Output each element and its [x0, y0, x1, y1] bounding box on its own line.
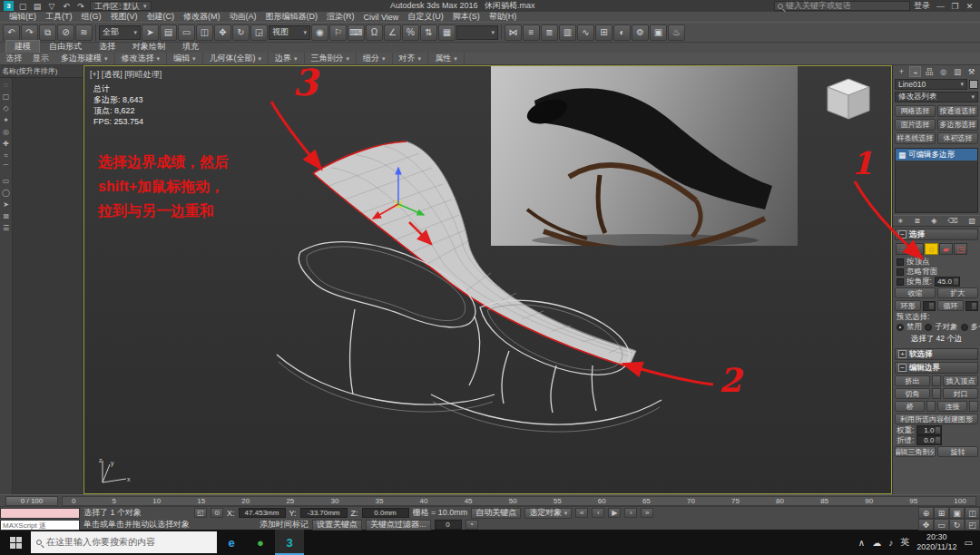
preview-subobject-radio[interactable]: [925, 324, 932, 331]
viewport-label[interactable]: [+] [透视] [明暗处理]: [90, 69, 162, 81]
current-frame-field[interactable]: 0: [435, 520, 462, 530]
extrude-settings-button[interactable]: [932, 375, 941, 386]
menu-item[interactable]: 编辑(E): [5, 11, 41, 23]
modifier-button[interactable]: 面片选择: [895, 119, 936, 131]
scene-explorer-list[interactable]: [13, 78, 83, 494]
menu-item[interactable]: 修改器(M): [179, 11, 225, 23]
modifier-button[interactable]: 体积选择: [937, 132, 978, 144]
utilities-tab[interactable]: ⚒: [965, 66, 977, 77]
se-display-none-icon[interactable]: ◌: [4, 81, 8, 89]
ring-spinner[interactable]: [923, 301, 936, 311]
cap-button[interactable]: 封口: [943, 388, 978, 399]
preview-multiple-radio[interactable]: [961, 324, 968, 331]
reference-coordinate-dropdown[interactable]: 视图▾: [269, 25, 310, 40]
ribbon-tab[interactable]: 填充: [174, 41, 207, 53]
maxscript-mini-listener[interactable]: MAXScript 迷: [0, 520, 80, 531]
grow-button[interactable]: 扩大: [937, 287, 978, 298]
ribbon-group[interactable]: 编辑▾: [167, 53, 203, 64]
select-and-move-icon[interactable]: ✥: [214, 24, 231, 41]
se-select-icon[interactable]: ➤: [3, 200, 9, 209]
ribbon-left-label[interactable]: 选择: [0, 53, 27, 64]
infocenter-search[interactable]: 键入关键字或短语: [774, 1, 910, 11]
action-center-icon[interactable]: ▭: [965, 538, 973, 548]
undo-icon[interactable]: ↶: [61, 2, 72, 11]
se-lock-icon[interactable]: ⊠: [3, 212, 9, 220]
select-and-rotate-icon[interactable]: ↻: [232, 24, 250, 41]
menu-item[interactable]: 组(G): [77, 11, 106, 23]
preview-disable-radio[interactable]: [897, 324, 904, 331]
modifier-button[interactable]: 网格选择: [895, 105, 936, 117]
ribbon-group[interactable]: 几何体(全部)▾: [203, 53, 270, 64]
se-display-bones-icon[interactable]: ⌒: [3, 163, 10, 173]
show-end-result-icon[interactable]: ≣: [915, 217, 921, 225]
window-crossing-icon[interactable]: ◫: [196, 24, 213, 41]
play-icon[interactable]: ▶: [608, 508, 621, 518]
modifier-button[interactable]: 样条线选择: [895, 132, 936, 144]
save-file-icon[interactable]: ▽: [46, 2, 57, 11]
isolate-selection-toggle-icon[interactable]: ◱: [194, 508, 207, 518]
bridge-settings-button[interactable]: [926, 401, 936, 412]
ribbon-tab[interactable]: 自由形式: [41, 41, 90, 53]
zoom-all-icon[interactable]: ⊞: [934, 507, 949, 519]
y-coordinate-field[interactable]: -33.70mm: [300, 508, 348, 518]
taskbar-clock[interactable]: 20:302020/11/12: [916, 532, 956, 552]
weight-spinner[interactable]: 1.0: [916, 425, 942, 435]
by-angle-checkbox[interactable]: [897, 278, 904, 286]
select-and-scale-icon[interactable]: ◲: [250, 24, 268, 41]
se-display-lights-icon[interactable]: ✦: [3, 116, 9, 124]
ribbon-group[interactable]: 三角剖分▾: [305, 53, 358, 64]
viewcube[interactable]: [820, 73, 877, 124]
angle-snap-icon[interactable]: ∠: [384, 24, 401, 41]
object-name-field[interactable]: Line010▾: [895, 79, 967, 90]
open-file-icon[interactable]: ▤: [32, 2, 43, 11]
modifier-stack[interactable]: ▦ 可编辑多边形: [895, 148, 978, 213]
signin-button[interactable]: 登录: [914, 0, 930, 12]
pan-icon[interactable]: ✥: [918, 519, 934, 531]
ribbon-group[interactable]: 边界▾: [269, 53, 305, 64]
border-mode-icon[interactable]: ◌: [925, 243, 938, 255]
redo-icon[interactable]: ↷: [21, 24, 38, 41]
bind-to-space-warp-icon[interactable]: ≋: [75, 24, 93, 41]
ribbon-group[interactable]: 对齐▾: [393, 53, 429, 64]
edge-mode-icon[interactable]: ∕: [910, 243, 924, 255]
turn-button[interactable]: 旋转: [937, 446, 978, 457]
selection-lock-toggle-icon[interactable]: ⊙: [211, 508, 223, 518]
start-button[interactable]: [0, 530, 31, 555]
ring-button[interactable]: 环形: [895, 300, 921, 311]
se-display-spacewarps-icon[interactable]: ≈: [4, 151, 7, 160]
minimize-button[interactable]: —: [934, 2, 947, 11]
taskbar-search[interactable]: 在这里输入你要搜索的内容: [31, 531, 217, 553]
select-and-link-icon[interactable]: ⧉: [39, 24, 56, 41]
rollout-edit-borders-header[interactable]: − 编辑边界: [895, 362, 978, 374]
menu-item[interactable]: 自定义(U): [403, 11, 448, 23]
chamfer-settings-button[interactable]: [932, 388, 941, 399]
se-display-helpers-icon[interactable]: ✚: [3, 140, 9, 148]
rectangular-region-icon[interactable]: ▭: [178, 24, 195, 41]
auto-key-button[interactable]: 自动关键点: [471, 508, 521, 519]
menu-item[interactable]: 脚本(S): [448, 11, 485, 23]
loop-spinner[interactable]: [965, 301, 978, 311]
close-button[interactable]: ✕: [963, 2, 976, 11]
menu-item[interactable]: 动画(A): [225, 11, 261, 23]
bridge-button[interactable]: 桥: [895, 401, 925, 412]
macro-recorder-pane[interactable]: [0, 508, 80, 519]
shrink-button[interactable]: 收缩: [895, 287, 936, 298]
menu-item[interactable]: 视图(V): [106, 11, 142, 23]
crease-spinner[interactable]: 0.0: [916, 435, 942, 445]
snaps-toggle-icon[interactable]: Ω: [366, 24, 383, 41]
volume-icon[interactable]: ♪: [888, 538, 893, 548]
ignore-backfacing-checkbox[interactable]: [897, 268, 904, 276]
tray-expand-icon[interactable]: ∧: [858, 538, 865, 548]
vertex-mode-icon[interactable]: ∴: [896, 243, 909, 255]
rollout-selection-header[interactable]: − 选择: [895, 229, 978, 240]
rollout-soft-selection-header[interactable]: + 软选择: [895, 348, 978, 360]
viewport-canvas[interactable]: [84, 66, 891, 494]
z-coordinate-field[interactable]: 0.0mm: [362, 508, 409, 518]
named-selection-sets-dropdown[interactable]: ▾: [456, 25, 498, 40]
maximize-button[interactable]: ❐: [948, 2, 962, 11]
ime-indicator[interactable]: 英: [900, 536, 909, 549]
material-editor-icon[interactable]: ◐: [613, 24, 631, 41]
ribbon-group[interactable]: 细分▾: [357, 53, 393, 64]
by-vertex-checkbox[interactable]: [897, 258, 904, 266]
zoom-extents-icon[interactable]: ▣: [949, 507, 965, 519]
